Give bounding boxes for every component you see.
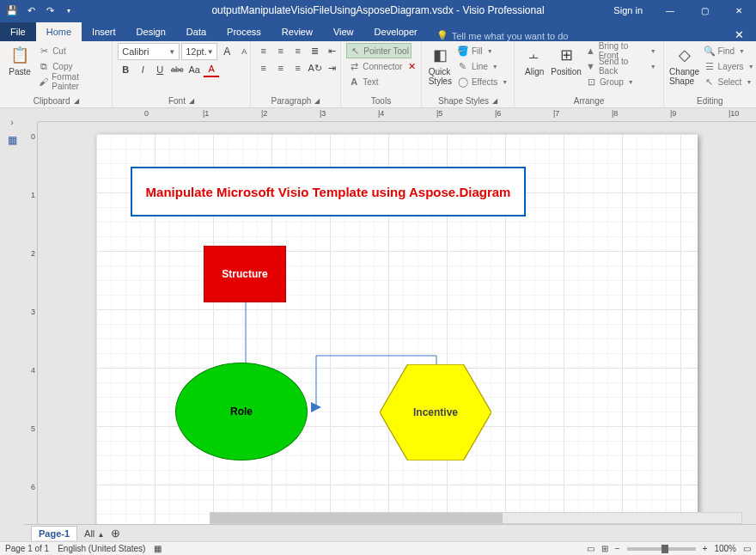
layers-label: Layers [718,62,744,71]
bold-button[interactable]: B [118,62,133,77]
send-to-back-button[interactable]: ▼Send to Back▼ [583,58,658,74]
line-button[interactable]: ✎Line▼ [455,58,509,74]
zoom-out-button[interactable]: − [615,544,620,553]
tab-developer[interactable]: Developer [364,22,428,41]
grow-font-icon[interactable]: A [219,44,235,59]
font-family-value: Calibri [122,46,149,57]
tab-file[interactable]: File [0,22,36,41]
font-size-combo[interactable]: 12pt.▼ [181,43,217,60]
align-button[interactable]: ⫠Align [520,43,549,78]
expand-shapes-icon[interactable]: › [10,117,14,127]
save-icon[interactable]: 💾 [5,3,19,17]
delete-connector-icon[interactable]: ✕ [404,58,419,74]
font-dialog-icon[interactable]: ◢ [189,97,194,105]
cut-label: Cut [52,46,66,56]
group-arrange: ⫠Align ⊞Position ▲Bring to Front▼ ▼Send … [515,41,663,107]
language-status[interactable]: English (United States) [58,544,145,553]
select-button[interactable]: ↖Select▼ [702,74,756,89]
maximize-button[interactable]: ▢ [687,0,722,21]
bullets-icon[interactable]: ≣ [308,43,323,58]
page-tab-1[interactable]: Page-1 [31,526,77,540]
strike-button[interactable]: abc [169,62,185,77]
align-left-icon[interactable]: ≡ [256,60,271,76]
layers-button[interactable]: ☰Layers▼ [702,58,756,74]
change-case-button[interactable]: Aa [186,62,202,77]
rotate-text-icon[interactable]: A↻ [308,60,323,76]
find-button[interactable]: 🔍Find▼ [702,43,756,58]
cut-button[interactable]: ✂Cut [36,43,107,58]
font-family-combo[interactable]: Calibri▼ [118,43,180,60]
group-button[interactable]: ⊡Group▼ [583,74,658,89]
tab-process[interactable]: Process [216,22,271,41]
role-ellipse[interactable]: Role [175,363,308,460]
zoom-slider-thumb[interactable] [662,545,668,553]
align-center-icon[interactable]: ≡ [273,60,289,76]
clipboard-dialog-icon[interactable]: ◢ [74,97,79,105]
font-group-label: Font [168,96,186,106]
all-pages-button[interactable]: All ▲ [84,528,104,539]
title-text-box[interactable]: Manipulate Microsoft Visio Template usin… [131,167,526,217]
pointer-tool-button[interactable]: ↖Pointer Tool [346,43,412,58]
align-top-icon[interactable]: ≡ [256,43,271,58]
ruler-h-tick: |8 [612,109,618,118]
editing-group-label: Editing [697,96,723,106]
structure-rectangle[interactable]: Structure [204,246,286,302]
tab-insert[interactable]: Insert [82,22,126,41]
text-tool-button[interactable]: AText [346,74,380,89]
tab-view[interactable]: View [323,22,364,41]
connector-structure-role[interactable] [241,302,250,371]
macro-record-icon[interactable]: ▦ [154,544,162,553]
add-page-button[interactable]: ⊕ [111,527,120,540]
shapes-rail-icon[interactable]: ▦ [8,134,17,146]
fit-page-icon[interactable]: ▭ [743,544,751,553]
font-color-button[interactable]: A [204,62,219,77]
shape-styles-dialog-icon[interactable]: ◢ [492,97,497,105]
sign-in-link[interactable]: Sign in [603,5,653,15]
shrink-font-icon[interactable]: A [236,44,252,59]
align-bottom-icon[interactable]: ≡ [290,43,306,58]
position-icon: ⊞ [556,45,576,65]
fill-button[interactable]: 🪣Fill▼ [455,43,509,58]
ribbon-close-icon[interactable]: ✕ [722,28,756,41]
paste-button[interactable]: 📋 Paste [5,43,34,78]
change-shape-button[interactable]: ◇Change Shape [669,43,700,88]
scrollbar-thumb[interactable] [210,513,503,523]
underline-button[interactable]: U [152,62,168,77]
indent-inc-icon[interactable]: ⇥ [325,60,340,76]
tell-me-search[interactable]: 💡 Tell me what you want to do [428,30,577,41]
qat-dropdown-icon[interactable]: ▾ [62,3,76,17]
close-window-button[interactable]: ✕ [722,0,756,21]
layers-icon: ☰ [704,60,716,72]
align-middle-icon[interactable]: ≡ [273,43,289,58]
incentive-hexagon[interactable]: Incentive [380,364,491,460]
ruler-h-tick: |9 [670,109,676,118]
presentation-view-icon[interactable]: ▭ [587,544,594,553]
zoom-slider[interactable] [627,547,696,551]
italic-button[interactable]: I [135,62,150,77]
tab-data[interactable]: Data [176,22,216,41]
tab-home[interactable]: Home [36,22,82,41]
drawing-page[interactable]: Manipulate Microsoft Visio Template usin… [96,134,698,524]
change-shape-icon: ◇ [674,45,695,65]
minimize-button[interactable]: — [653,0,687,21]
align-right-icon[interactable]: ≡ [290,60,306,76]
redo-icon[interactable]: ↷ [43,3,57,17]
indent-dec-icon[interactable]: ⇤ [325,43,340,58]
position-button[interactable]: ⊞Position [551,43,582,78]
undo-icon[interactable]: ↶ [24,3,38,17]
effects-button[interactable]: ◯Effects▼ [455,74,509,89]
horizontal-scrollbar[interactable] [210,512,742,524]
quick-styles-button[interactable]: ◧ Quick Styles [427,43,454,88]
connector-tool-button[interactable]: ⇄Connector [346,58,404,74]
tab-design[interactable]: Design [126,22,176,41]
ribbon: 📋 Paste ✂Cut ⧉Copy 🖌Format Painter Clipb… [0,41,756,108]
drawing-scroll-area[interactable]: Manipulate Microsoft Visio Template usin… [38,122,756,524]
ruler-h-tick: |1 [203,109,209,118]
zoom-level[interactable]: 100% [714,544,736,553]
paragraph-dialog-icon[interactable]: ◢ [314,97,320,105]
page-width-icon[interactable]: ⊞ [601,544,608,553]
format-painter-button[interactable]: 🖌Format Painter [36,74,107,89]
tab-review[interactable]: Review [271,22,323,41]
all-label: All [84,528,94,539]
zoom-in-button[interactable]: + [703,544,708,553]
